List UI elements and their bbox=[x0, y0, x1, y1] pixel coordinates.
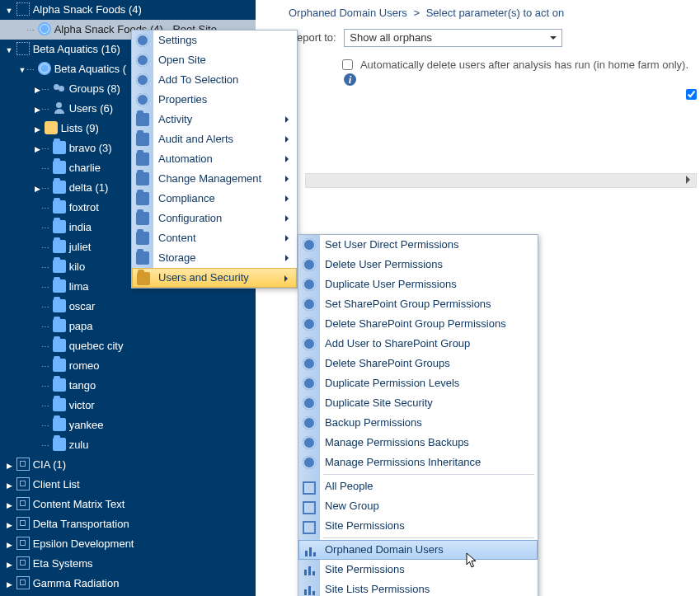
expand-toggle-icon[interactable]: ▶ bbox=[5, 495, 13, 514]
tree-item[interactable]: ▶ CIA (1) bbox=[0, 455, 256, 475]
folder-icon bbox=[53, 141, 66, 154]
diagram-icon bbox=[16, 537, 30, 550]
tree-item-label: Alpha Snack Foods (4) bbox=[33, 3, 142, 16]
submenu-item[interactable]: Delete SharePoint Groups bbox=[298, 354, 538, 373]
expand-toggle-icon[interactable]: ▶ bbox=[33, 100, 41, 119]
tree-item[interactable]: ⋯ oscar bbox=[0, 297, 256, 317]
menu-item[interactable]: Add To Selection bbox=[132, 70, 297, 90]
gear-icon bbox=[136, 34, 149, 47]
menu-item[interactable]: Change Management bbox=[132, 169, 297, 189]
connector-icon: ⋯ bbox=[26, 26, 35, 35]
submenu-item-label: New Group bbox=[325, 500, 379, 512]
submenu-item-label: All People bbox=[325, 480, 373, 492]
expand-toggle-icon[interactable]: ▶ bbox=[5, 555, 13, 574]
tree-item-label: Eta Systems bbox=[33, 557, 93, 570]
submenu-item[interactable]: Delete SharePoint Group Permissions bbox=[298, 314, 538, 334]
submenu-item[interactable]: Site Permissions bbox=[298, 560, 538, 580]
expand-toggle-icon[interactable]: ▼ bbox=[5, 1, 13, 20]
connector-icon: ⋯ bbox=[26, 65, 35, 74]
expand-toggle-icon[interactable]: ▶ bbox=[33, 80, 41, 99]
breadcrumb-current: Orphaned Domain Users bbox=[289, 7, 407, 19]
menu-item[interactable]: Properties bbox=[132, 90, 297, 110]
submenu-item[interactable]: New Group bbox=[298, 496, 538, 516]
tree-item[interactable]: ▶ Gamma Radiation bbox=[0, 574, 256, 594]
menu-item[interactable]: Content bbox=[132, 228, 297, 248]
tree-item-label: Gamma Radiation bbox=[33, 577, 120, 589]
tree-item[interactable]: ⋯ victor bbox=[0, 396, 256, 415]
menu-item[interactable]: Settings bbox=[132, 31, 297, 50]
limit-dropdown[interactable]: Show all orphans bbox=[344, 29, 562, 47]
menu-item[interactable]: Automation bbox=[132, 149, 297, 169]
submenu-item[interactable]: All People bbox=[298, 476, 538, 496]
tree-item[interactable]: ▶ Content Matrix Text bbox=[0, 495, 256, 514]
submenu-item-label: Manage Permissions Backups bbox=[325, 436, 469, 448]
menu-item[interactable]: Activity bbox=[132, 110, 297, 129]
diagram-icon bbox=[16, 458, 30, 471]
submenu-item[interactable]: Manage Permissions Backups bbox=[298, 433, 538, 453]
tree-item-label: quebec city bbox=[69, 340, 124, 352]
menu-item-label: Users and Security bbox=[158, 271, 249, 284]
expand-toggle-icon[interactable]: ▶ bbox=[5, 476, 13, 495]
tree-item[interactable]: ⋯ yankee bbox=[0, 415, 256, 435]
tree-item[interactable]: ⋯ zulu bbox=[0, 435, 256, 455]
right-checkbox[interactable] bbox=[686, 89, 697, 100]
submenu-item-label: Site Permissions bbox=[325, 519, 405, 532]
menu-item[interactable]: Compliance bbox=[132, 189, 297, 209]
submenu-item[interactable]: Set SharePoint Group Permissions bbox=[298, 294, 538, 314]
tree-item[interactable]: ▶ Client List bbox=[0, 475, 256, 495]
gear-icon bbox=[136, 54, 149, 67]
tree-item[interactable]: ▶ Eta Systems bbox=[0, 554, 256, 574]
submenu-arrow-icon bbox=[285, 156, 292, 162]
expand-toggle-icon[interactable]: ▼ bbox=[18, 60, 26, 79]
menu-item[interactable]: Audit and Alerts bbox=[132, 129, 297, 149]
tree-item[interactable]: ⋯ quebec city bbox=[0, 336, 256, 356]
folder-icon bbox=[53, 438, 66, 451]
submenu-item[interactable]: Orphaned Domain Users bbox=[298, 540, 538, 560]
expand-toggle-icon[interactable]: ▶ bbox=[5, 575, 13, 594]
expand-toggle-icon[interactable]: ▶ bbox=[5, 456, 13, 475]
expand-toggle-icon[interactable]: ▶ bbox=[5, 535, 13, 554]
menu-item-label: Content bbox=[158, 232, 196, 244]
gear-icon bbox=[303, 377, 316, 390]
submenu-item[interactable]: Site Permissions bbox=[298, 516, 538, 536]
gear-icon bbox=[303, 337, 316, 350]
expand-toggle-icon[interactable]: ▶ bbox=[33, 120, 41, 138]
menu-item[interactable]: Storage bbox=[132, 248, 297, 268]
folder-icon bbox=[53, 200, 66, 214]
tree-item[interactable]: ▶ Delta Transportation bbox=[0, 514, 256, 534]
submenu-item-label: Set SharePoint Group Permissions bbox=[325, 298, 491, 310]
gear-icon bbox=[136, 73, 149, 87]
submenu-item[interactable]: Add User to SharePoint Group bbox=[298, 334, 538, 354]
submenu-item[interactable]: Site Lists Permissions bbox=[298, 580, 538, 596]
menu-item[interactable]: Configuration bbox=[132, 209, 297, 228]
tree-item-label: Client List bbox=[33, 478, 80, 490]
menu-item[interactable]: Open Site bbox=[132, 50, 297, 70]
folder-icon bbox=[53, 398, 66, 411]
auto-delete-checkbox[interactable] bbox=[342, 59, 353, 70]
tree-item[interactable]: ▼ Alpha Snack Foods (4) bbox=[0, 0, 256, 20]
tree-item[interactable]: ⋯ papa bbox=[0, 317, 256, 336]
submenu-arrow-icon bbox=[285, 235, 292, 242]
submenu-item[interactable]: Set User Direct Permissions bbox=[298, 235, 538, 255]
submenu-users-security[interactable]: Set User Direct PermissionsDelete User P… bbox=[298, 234, 538, 596]
tree-item-label: Content Matrix Text bbox=[33, 498, 125, 510]
context-menu[interactable]: SettingsOpen SiteAdd To SelectionPropert… bbox=[131, 30, 298, 289]
tree-item[interactable]: ⋯ romeo bbox=[0, 356, 256, 376]
submenu-item[interactable]: Manage Permissions Inheritance bbox=[298, 453, 538, 472]
menu-item[interactable]: Users and Security bbox=[132, 268, 297, 288]
info-icon[interactable]: i bbox=[344, 73, 356, 86]
submenu-item[interactable]: Duplicate Site Security bbox=[298, 393, 538, 413]
submenu-item[interactable]: Duplicate User Permissions bbox=[298, 275, 538, 294]
expand-toggle-icon[interactable]: ▼ bbox=[5, 40, 13, 59]
submenu-item[interactable]: Duplicate Permission Levels bbox=[298, 373, 538, 393]
submenu-item[interactable]: Delete User Permissions bbox=[298, 255, 538, 275]
expand-toggle-icon[interactable]: ▶ bbox=[33, 139, 41, 158]
tree-item[interactable]: ▶ Epsilon Development bbox=[0, 534, 256, 554]
tree-item[interactable]: ⋯ tango bbox=[0, 376, 256, 396]
submenu-item[interactable]: Backup Permissions bbox=[298, 413, 538, 433]
submenu-arrow-icon bbox=[284, 275, 291, 282]
breadcrumb-next: Select parameter(s) to act on bbox=[426, 7, 565, 19]
connector-icon: ⋯ bbox=[41, 164, 49, 173]
expand-toggle-icon[interactable]: ▶ bbox=[5, 515, 13, 534]
expand-toggle-icon[interactable]: ▶ bbox=[33, 179, 41, 198]
